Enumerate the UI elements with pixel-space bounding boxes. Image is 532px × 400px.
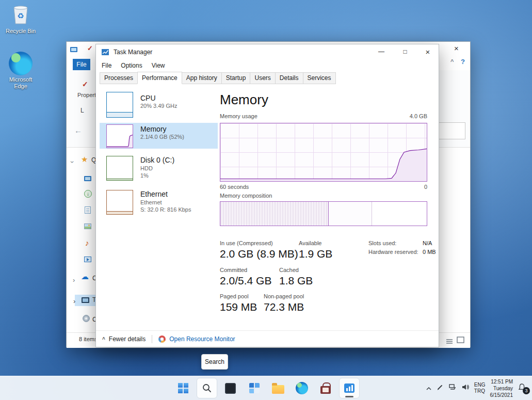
edge-button[interactable] bbox=[292, 378, 312, 398]
sidebar-item-disk[interactable]: Disk 0 (C:) HDD 1% bbox=[100, 154, 218, 189]
file-explorer-button[interactable] bbox=[268, 378, 288, 398]
tab-users[interactable]: Users bbox=[250, 72, 275, 84]
quick-access-star-icon[interactable]: ★ bbox=[81, 155, 88, 164]
committed-label: Committed bbox=[220, 267, 247, 273]
ribbon-partial-label: L bbox=[80, 107, 84, 114]
volume-tray-button[interactable] bbox=[461, 383, 470, 393]
task-view-button[interactable] bbox=[220, 378, 241, 398]
hardware-reserved-value: 0 MB bbox=[423, 249, 436, 255]
nav-music-icon[interactable]: ♪ bbox=[85, 238, 89, 247]
tab-details[interactable]: Details bbox=[275, 72, 303, 84]
qat-computer-icon[interactable] bbox=[70, 45, 77, 54]
paged-pool-label: Paged pool bbox=[220, 293, 249, 299]
notifications-button[interactable]: 3 bbox=[518, 383, 529, 393]
language-line2: TRQ bbox=[474, 388, 486, 395]
clock[interactable]: 12:51 PM Tuesday 6/15/2021 bbox=[490, 378, 513, 398]
nav-back-icon[interactable]: ← bbox=[74, 126, 82, 135]
ribbon-collapse-icon[interactable]: ^ bbox=[450, 58, 454, 65]
onedrive-chevron-icon[interactable]: › bbox=[73, 275, 75, 284]
sidebar-ethernet-subtitle: Ethernet bbox=[140, 199, 162, 205]
open-resource-monitor-link[interactable]: Open Resource Monitor bbox=[169, 335, 235, 343]
menu-options[interactable]: Options bbox=[116, 60, 147, 71]
sidebar-disk-detail: 1% bbox=[140, 172, 149, 179]
desktop-icon-label: Microsoft Edge bbox=[4, 76, 37, 89]
fewer-details-button[interactable]: Fewer details bbox=[109, 335, 146, 343]
svg-text:♻: ♻ bbox=[17, 11, 24, 20]
nav-pictures-icon[interactable] bbox=[84, 223, 91, 229]
sidebar-cpu-subtitle: 20% 3.49 GHz bbox=[140, 103, 178, 109]
tab-app-history[interactable]: App history bbox=[182, 72, 222, 84]
desktop-icon-edge[interactable]: Microsoft Edge bbox=[4, 52, 37, 89]
edge-logo-icon bbox=[9, 52, 33, 75]
nav-videos-icon[interactable] bbox=[84, 257, 91, 262]
slots-used-value: N/A bbox=[423, 240, 432, 246]
file-menu-button[interactable]: File bbox=[73, 59, 90, 70]
close-button[interactable]: × bbox=[416, 44, 440, 60]
large-icons-view-icon[interactable] bbox=[457, 336, 464, 345]
nav-downloads-icon[interactable]: ↓ bbox=[84, 190, 92, 198]
nav-cd-drive-icon[interactable] bbox=[83, 315, 90, 322]
tab-processes[interactable]: Processes bbox=[100, 72, 138, 84]
title-bar[interactable]: Task Manager — □ × bbox=[96, 44, 439, 60]
taskbar: ENG TRQ 12:51 PM Tuesday 6/15/2021 3 bbox=[0, 376, 532, 400]
file-explorer-icon bbox=[272, 385, 284, 394]
tab-services[interactable]: Services bbox=[303, 72, 336, 84]
chevron-up-icon bbox=[426, 387, 432, 391]
sidebar-item-ethernet[interactable]: Ethernet Ethernet S: 32.0 R: 816 Kbps bbox=[100, 188, 218, 223]
page-title: Memory bbox=[220, 92, 268, 108]
sidebar-item-cpu[interactable]: CPU 20% 3.49 GHz bbox=[100, 90, 218, 121]
cached-value: 1.8 GB bbox=[279, 275, 313, 287]
menu-bar: File Options View bbox=[96, 60, 439, 71]
quick-access-chevron-icon[interactable]: › bbox=[71, 157, 73, 166]
details-view-icon[interactable] bbox=[446, 337, 453, 346]
store-button[interactable] bbox=[315, 378, 336, 398]
language-indicator[interactable]: ENG TRQ bbox=[474, 382, 486, 395]
task-manager-button[interactable] bbox=[339, 378, 360, 398]
show-hidden-icons-button[interactable] bbox=[426, 383, 432, 393]
composition-segment-free bbox=[372, 202, 427, 226]
start-button[interactable] bbox=[173, 378, 194, 398]
task-manager-icon bbox=[344, 382, 355, 394]
nav-onedrive-icon[interactable]: ☁ bbox=[81, 272, 89, 281]
sidebar-memory-title: Memory bbox=[140, 125, 167, 133]
maximize-button[interactable]: □ bbox=[393, 44, 417, 60]
tab-strip: Processes Performance App history Startu… bbox=[100, 72, 335, 84]
qat-properties-icon[interactable]: ✓ bbox=[87, 44, 93, 52]
available-value: 1.9 GB bbox=[299, 248, 332, 260]
menu-file[interactable]: File bbox=[97, 60, 116, 71]
system-tray: ENG TRQ 12:51 PM Tuesday 6/15/2021 3 bbox=[426, 376, 529, 400]
memory-composition-label: Memory composition bbox=[220, 193, 272, 199]
pen-icon bbox=[437, 383, 444, 391]
edge-icon bbox=[296, 382, 308, 394]
minimize-button[interactable]: — bbox=[369, 44, 393, 60]
widgets-button[interactable] bbox=[244, 378, 265, 398]
tab-startup[interactable]: Startup bbox=[221, 72, 251, 84]
this-pc-chevron-icon[interactable]: › bbox=[73, 296, 75, 306]
tab-performance[interactable]: Performance bbox=[137, 72, 182, 84]
network-tray-button[interactable] bbox=[448, 383, 457, 393]
search-button[interactable] bbox=[197, 378, 217, 398]
memory-thumbnail-graph bbox=[106, 124, 133, 148]
language-line1: ENG bbox=[474, 382, 486, 389]
desktop-icon-recycle-bin[interactable]: ♻ Recycle Bin bbox=[4, 3, 37, 35]
menu-view[interactable]: View bbox=[147, 60, 170, 71]
pen-tray-button[interactable] bbox=[437, 383, 444, 393]
composition-segment-in-use bbox=[220, 202, 329, 226]
disk-thumbnail-graph bbox=[106, 156, 133, 181]
help-icon[interactable]: ? bbox=[461, 58, 465, 66]
fewer-details-chevron-icon: ^ bbox=[102, 337, 105, 342]
sidebar-disk-subtitle: HDD bbox=[140, 165, 153, 171]
footer-separator bbox=[152, 335, 152, 343]
hardware-reserved-label: Hardware reserved: bbox=[368, 249, 418, 255]
nav-this-pc-icon[interactable] bbox=[82, 296, 89, 305]
status-items-count: 8 items bbox=[79, 336, 97, 342]
search-flyout-button[interactable]: Search bbox=[201, 354, 228, 370]
sidebar-item-memory[interactable]: Memory 2.1/4.0 GB (52%) bbox=[100, 123, 218, 149]
properties-button-icon[interactable]: ✓ bbox=[82, 80, 88, 88]
sidebar-ethernet-title: Ethernet bbox=[140, 190, 168, 198]
clock-time: 12:51 PM bbox=[490, 378, 513, 385]
explorer-close-button[interactable]: × bbox=[454, 44, 459, 53]
non-paged-pool-label: Non-paged pool bbox=[264, 293, 304, 299]
nav-desktop-icon[interactable] bbox=[84, 174, 91, 183]
nav-documents-icon[interactable] bbox=[85, 206, 91, 214]
